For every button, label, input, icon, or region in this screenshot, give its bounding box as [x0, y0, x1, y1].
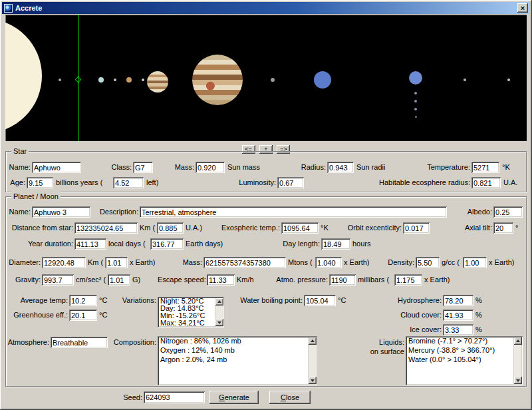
liquids-scrollbar[interactable] [513, 337, 521, 384]
scroll-down-button[interactable] [215, 319, 223, 326]
year-duration-input[interactable] [74, 238, 106, 250]
composition-listbox[interactable]: Nitrogen : 86%, 1026 mb Oxygen : 12%, 14… [158, 336, 317, 385]
triangle-up-icon [516, 339, 520, 342]
diameter-input[interactable] [42, 257, 86, 268]
scroll-down-button[interactable] [309, 377, 317, 384]
star-radius-label: Radius: [293, 162, 326, 173]
star-age-label: Age: [7, 177, 25, 188]
temp-variations-listbox[interactable]: Night: 5.20°C Day: 14.83°C Min: -15.26°C… [158, 297, 224, 327]
close-button[interactable]: Close [269, 391, 311, 404]
selection-marker-diamond[interactable] [75, 77, 82, 83]
planet-rocky-tan[interactable] [126, 77, 132, 83]
generate-button-label: Generate [209, 393, 259, 401]
planet-mass-label: Mass: [181, 257, 202, 268]
generate-button[interactable]: Generate [209, 391, 259, 404]
atmo-pressure-unit: millibars ( [358, 274, 389, 286]
cloud-cover-input[interactable] [443, 309, 473, 321]
close-window-button[interactable]: × [517, 3, 528, 13]
average-temp-unit: °C [99, 295, 107, 306]
day-length-label: Day length: [281, 238, 320, 250]
planet-blue-small[interactable] [409, 71, 422, 85]
star-age-left-input[interactable] [113, 177, 144, 188]
close-button-label: Close [269, 393, 311, 401]
orbit-eccentricity-input[interactable] [403, 222, 430, 234]
scroll-up-button[interactable] [514, 337, 522, 345]
exospheric-temp-input[interactable] [281, 222, 319, 234]
habitable-radius-input[interactable] [471, 177, 501, 188]
variation-day: Day: 14.83°C [158, 304, 224, 311]
hydrosphere-input[interactable] [443, 295, 473, 306]
diameter-unit: Km ( [88, 257, 103, 268]
planet-blue-large[interactable] [314, 71, 331, 89]
triangle-up-icon [217, 300, 221, 303]
planet-gas-banded-small[interactable] [147, 71, 168, 93]
star-luminosity-input[interactable] [277, 177, 304, 188]
star-age-input[interactable] [27, 177, 53, 188]
star-name-input[interactable] [32, 162, 81, 173]
space-view[interactable] [5, 15, 527, 141]
density-unit: g/cc ( [442, 257, 460, 268]
planet-ice-small[interactable] [98, 77, 104, 83]
cloud-cover-label: Cloud cover: [399, 309, 442, 321]
year-earth-days-unit: Earth days) [186, 238, 223, 250]
star-class-input[interactable] [133, 162, 153, 173]
triangle-down-icon [217, 321, 221, 324]
cloud-cover-unit: % [475, 309, 482, 321]
albedo-label: Albedo: [459, 206, 492, 218]
planet-gas-banded-large[interactable] [192, 55, 243, 105]
axial-tilt-unit: ° [515, 222, 518, 234]
variations-scrollbar[interactable] [215, 298, 223, 326]
star-radius-input[interactable] [327, 162, 354, 173]
gravity-input[interactable] [42, 274, 74, 286]
variations-label: Variations: [118, 295, 156, 306]
orbit-dot-5[interactable] [464, 79, 466, 81]
star-temperature-input[interactable] [471, 162, 499, 173]
albedo-input[interactable] [493, 206, 523, 218]
star-name-label: Name: [7, 162, 31, 173]
atmo-pressure-earth-input[interactable] [394, 274, 422, 286]
escape-speed-label: Escape speed: [158, 274, 205, 286]
gravity-g-input[interactable] [108, 274, 130, 286]
liquids-listbox[interactable]: Bromine (-7.1° > 70.27°) Mercury (-38.8°… [406, 336, 523, 385]
atmosphere-input[interactable] [51, 337, 108, 348]
accrete-window: Accrete × <= + => Star Name: Class: Mass… [0, 0, 532, 410]
gravity-g-unit: G) [132, 274, 140, 286]
gravity-unit: cm/sec² ( [76, 274, 106, 286]
orbit-dot-6[interactable] [507, 79, 510, 81]
liquids-on-surface-label: on surface [367, 346, 404, 357]
scroll-down-button[interactable] [514, 377, 522, 384]
escape-speed-input[interactable] [207, 274, 235, 286]
composition-scrollbar[interactable] [308, 337, 316, 384]
diameter-earth-input[interactable] [105, 257, 128, 268]
planet-mass-earth-input[interactable] [315, 257, 342, 268]
greenhouse-input[interactable] [69, 309, 97, 321]
orbit-dot-3[interactable] [142, 79, 144, 81]
average-temp-input[interactable] [69, 295, 97, 306]
variation-night: Night: 5.20°C [158, 297, 224, 304]
planet-name-input[interactable] [32, 206, 90, 218]
star-mass-input[interactable] [196, 162, 225, 173]
year-earth-days-input[interactable] [150, 238, 184, 250]
star-luminosity-label: Luminosity: [236, 177, 276, 188]
description-input[interactable] [140, 206, 447, 218]
distance-input[interactable] [74, 222, 138, 234]
planet-mass-input[interactable] [203, 257, 286, 268]
scroll-up-button[interactable] [215, 298, 223, 306]
distance-ua-input[interactable] [157, 222, 184, 234]
orbit-dot-1[interactable] [59, 79, 61, 81]
atmo-pressure-input[interactable] [329, 274, 356, 286]
distance-unit: Km ( [140, 222, 155, 234]
seed-input[interactable] [144, 391, 205, 403]
orbit-dot-4[interactable] [271, 78, 275, 82]
orbit-dot-2[interactable] [114, 79, 116, 81]
density-input[interactable] [416, 257, 440, 268]
variation-min: Min: -15.26°C [158, 311, 224, 319]
density-earth-input[interactable] [463, 257, 487, 268]
planet-group: Planet / Moon Name: Description: Albedo:… [5, 196, 527, 387]
scroll-up-button[interactable] [309, 337, 317, 345]
day-length-input[interactable] [321, 238, 350, 250]
title-bar[interactable]: Accrete × [2, 2, 530, 14]
axial-tilt-input[interactable] [493, 222, 513, 234]
water-boiling-input[interactable] [304, 295, 336, 306]
ice-cover-input[interactable] [443, 324, 473, 335]
